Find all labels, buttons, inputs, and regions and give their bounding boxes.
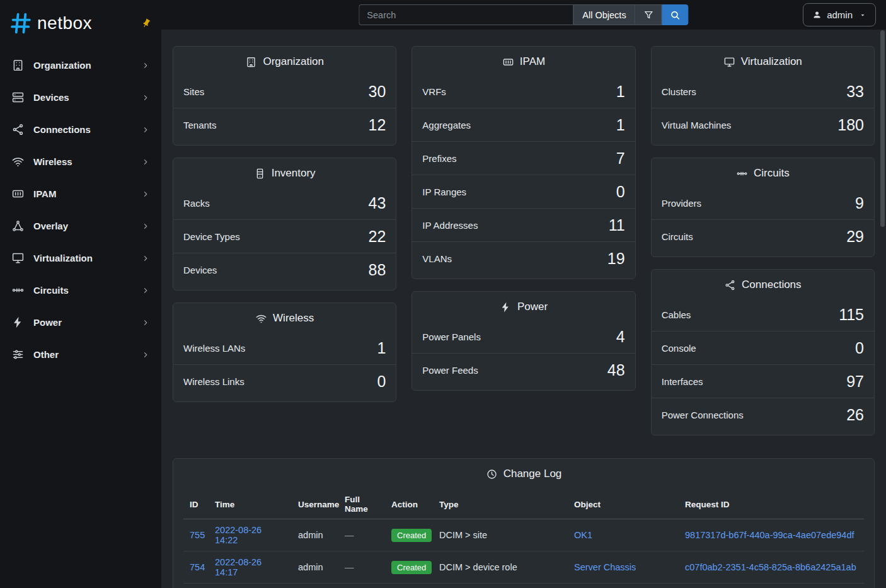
card-title: Inventory [173, 158, 396, 187]
stat-row-console[interactable]: Console0 [652, 331, 874, 364]
sidebar-item-ipam[interactable]: IPAM [0, 178, 161, 210]
sidebar-item-power[interactable]: Power [0, 306, 161, 338]
stat-value[interactable]: 7 [616, 149, 625, 168]
stat-row-clusters[interactable]: Clusters33 [652, 75, 874, 108]
stat-row-power-feeds[interactable]: Power Feeds48 [412, 353, 635, 386]
user-menu-button[interactable]: admin [803, 3, 876, 26]
stat-value[interactable]: 115 [839, 305, 864, 324]
stat-value[interactable]: 1 [616, 115, 625, 134]
stat-value[interactable]: 97 [846, 372, 864, 391]
sidebar-item-label: Devices [33, 92, 132, 103]
stat-label: Power Connections [662, 410, 744, 420]
stat-value[interactable]: 12 [369, 115, 386, 134]
stat-row-providers[interactable]: Providers9 [652, 187, 874, 219]
stat-label: Devices [183, 265, 217, 275]
search-filter-button[interactable] [636, 4, 662, 25]
sidebar-item-organization[interactable]: Organization [0, 49, 161, 81]
stat-row-ip-addresses[interactable]: IP Addresses11 [412, 208, 635, 241]
sidebar-item-wireless[interactable]: Wireless [0, 146, 161, 178]
stat-value[interactable]: 33 [846, 82, 864, 101]
power-icon [11, 316, 25, 329]
stat-row-sites[interactable]: Sites30 [173, 75, 396, 108]
sidebar-item-circuits[interactable]: Circuits [0, 274, 161, 306]
stat-row-wireless-lans[interactable]: Wireless LANs1 [173, 331, 396, 364]
stat-value[interactable]: 9 [855, 193, 864, 212]
card-title-text: Inventory [272, 167, 316, 180]
wifi-icon [255, 313, 267, 325]
changelog-time-link[interactable]: 2022-08-26 14:22 [215, 525, 262, 545]
filter-icon [643, 9, 654, 21]
cell-request-id: c07f0ab2-2351-4c58-825a-8b6a2425a1ab [679, 551, 864, 584]
cell-time: 2022-08-26 14:17 [209, 551, 292, 584]
stat-label: Circuits [662, 231, 693, 242]
stat-value[interactable]: 43 [369, 193, 386, 212]
search-scope-button[interactable]: All Objects [573, 4, 635, 25]
sidebar-item-overlay[interactable]: Overlay [0, 210, 161, 242]
search-submit-button[interactable] [662, 4, 689, 25]
pin-sidebar-icon[interactable] [139, 16, 153, 30]
changelog-object-link[interactable]: OK1 [574, 530, 592, 540]
stat-value[interactable]: 1 [616, 82, 625, 101]
stat-row-wireless-links[interactable]: Wireless Links0 [173, 364, 396, 398]
stat-value[interactable]: 88 [369, 260, 386, 279]
stat-label: IP Addresses [422, 220, 478, 231]
stat-row-racks[interactable]: Racks43 [173, 187, 396, 219]
sidebar-item-other[interactable]: Other [0, 338, 161, 371]
stat-label: IP Ranges [422, 187, 466, 197]
stat-value[interactable]: 180 [837, 115, 864, 134]
stat-value[interactable]: 29 [846, 227, 864, 246]
stat-row-vrfs[interactable]: VRFs1 [412, 75, 635, 108]
stat-row-circuits[interactable]: Circuits29 [652, 219, 874, 253]
stat-row-devices[interactable]: Devices88 [173, 253, 396, 286]
netbox-logo-icon[interactable] [9, 11, 33, 35]
brand-name[interactable]: netbox [37, 13, 92, 33]
stat-value[interactable]: 19 [607, 249, 625, 268]
table-header-row: IDTimeUsernameFull NameActionTypeObjectR… [183, 490, 864, 519]
username: admin [827, 9, 853, 20]
search-icon [670, 9, 681, 21]
app-window: netbox OrganizationDevicesConnectionsWir… [0, 0, 886, 588]
stat-row-vlans[interactable]: VLANs19 [412, 241, 635, 275]
main-area: All Objects admin OrganizationSites30Ten… [161, 0, 886, 588]
changelog-time-link[interactable]: 2022-08-26 14:17 [215, 557, 262, 577]
card-title-text: Organization [263, 55, 323, 68]
stat-value[interactable]: 0 [616, 182, 625, 201]
card-virtualization: VirtualizationClusters33Virtual Machines… [651, 46, 875, 146]
stat-value[interactable]: 22 [369, 227, 386, 246]
column-header-time: Time [209, 490, 292, 519]
stat-row-aggregates[interactable]: Aggregates1 [412, 108, 635, 141]
stat-value[interactable]: 26 [846, 405, 864, 424]
stat-value[interactable]: 4 [616, 327, 625, 346]
changelog-request-id-link[interactable]: c07f0ab2-2351-4c58-825a-8b6a2425a1ab [685, 562, 856, 572]
cell-action: Created [385, 551, 433, 584]
search-input[interactable] [359, 4, 573, 25]
stat-row-interfaces[interactable]: Interfaces97 [652, 364, 874, 398]
stat-row-cables[interactable]: Cables115 [652, 298, 874, 331]
devices-icon [11, 91, 25, 104]
stat-row-tenants[interactable]: Tenants12 [173, 108, 396, 141]
stat-row-power-connections[interactable]: Power Connections26 [652, 398, 874, 431]
stat-row-ip-ranges[interactable]: IP Ranges0 [412, 175, 635, 208]
changelog-object-link[interactable]: Server Chassis [574, 562, 636, 572]
stat-value[interactable]: 11 [609, 216, 625, 234]
changelog-id-link[interactable]: 755 [190, 530, 205, 540]
stat-row-virtual-machines[interactable]: Virtual Machines180 [652, 108, 874, 141]
stat-row-power-panels[interactable]: Power Panels4 [412, 320, 635, 353]
stat-row-device-types[interactable]: Device Types22 [173, 219, 396, 253]
changelog-id-link[interactable]: 754 [190, 562, 205, 572]
changelog-request-id-link[interactable]: 9817317d-b67f-440a-99ca-4ae07ede94df [685, 530, 854, 540]
stat-value[interactable]: 30 [369, 82, 386, 101]
sidebar-item-label: Circuits [33, 285, 132, 296]
card-power: PowerPower Panels4Power Feeds48 [411, 291, 635, 391]
chevron-right-icon [141, 93, 150, 102]
vertical-scrollbar[interactable] [880, 30, 885, 227]
sidebar-item-virtualization[interactable]: Virtualization [0, 242, 161, 274]
stat-row-prefixes[interactable]: Prefixes7 [412, 141, 635, 175]
stat-value[interactable]: 1 [377, 338, 386, 357]
stat-value[interactable]: 0 [855, 338, 864, 357]
stat-value[interactable]: 48 [607, 360, 625, 379]
sidebar-item-connections[interactable]: Connections [0, 113, 161, 146]
brand: netbox [0, 0, 161, 49]
stat-value[interactable]: 0 [377, 372, 386, 391]
sidebar-item-devices[interactable]: Devices [0, 81, 161, 113]
